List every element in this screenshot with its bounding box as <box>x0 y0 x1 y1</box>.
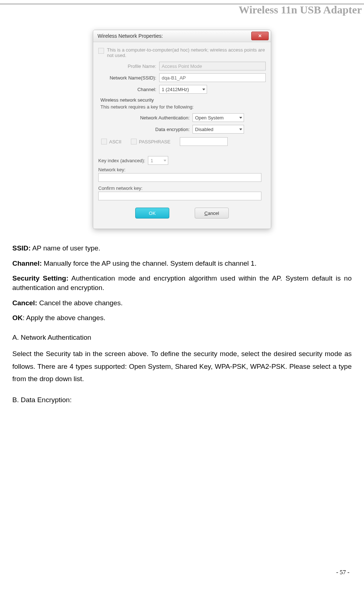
chevron-down-icon <box>202 89 205 90</box>
channel-desc: Channel: Manually force the AP using the… <box>12 259 352 268</box>
confirm-key-input[interactable] <box>98 192 261 200</box>
passphrase-checkbox <box>131 139 137 144</box>
network-key-label: Network key: <box>98 167 266 172</box>
ok-desc: OK: Apply the above changes. <box>12 313 352 323</box>
ascii-checkbox <box>101 139 107 144</box>
close-icon: ✕ <box>258 33 262 38</box>
document-header: Wireless 11n USB Adapter <box>0 4 364 15</box>
section-a-text: Select the Security tab in the screen ab… <box>12 348 352 385</box>
channel-select[interactable]: 1 (2412MHz) <box>159 85 207 94</box>
chevron-down-icon <box>164 160 166 162</box>
channel-label: Channel: <box>98 87 159 92</box>
key-index-value: 1 <box>150 158 153 163</box>
encryption-value: Disabled <box>195 127 214 132</box>
encryption-select[interactable]: Disabled <box>193 125 244 134</box>
chevron-down-icon <box>239 128 242 130</box>
ssid-input[interactable] <box>159 73 266 82</box>
key-index-label: Key index (advanced): <box>98 158 145 163</box>
security-desc: Security Setting: Authentication mode an… <box>12 274 352 292</box>
ascii-label: ASCII <box>109 139 121 144</box>
cancel-button[interactable]: Cancel <box>195 208 229 219</box>
dialog-title: Wireless Network Properties: <box>98 33 163 39</box>
adhoc-checkbox <box>98 48 104 54</box>
cancel-desc: Cancel: Cancel the above changes. <box>12 298 352 308</box>
ssid-label: Network Name(SSID): <box>98 75 159 81</box>
auth-value: Open System <box>195 115 224 121</box>
close-button[interactable]: ✕ <box>251 32 269 40</box>
passphrase-input <box>180 137 228 146</box>
passphrase-label: PASSPHRASE <box>139 139 170 144</box>
channel-value: 1 (2412MHz) <box>162 87 189 92</box>
confirm-key-label: Confirm network key: <box>98 185 266 191</box>
ssid-desc: SSID: AP name of user type. <box>12 244 352 253</box>
key-index-select: 1 <box>148 156 168 165</box>
ok-button[interactable]: OK <box>135 208 169 219</box>
security-hint: This network requires a key for the foll… <box>100 104 266 110</box>
security-section-title: Wireless network security <box>100 97 266 103</box>
wireless-properties-dialog: Wireless Network Properties: ✕ This is a… <box>93 30 271 229</box>
cancel-underline-letter: C <box>204 211 208 216</box>
auth-label: Network Authentication: <box>98 115 193 121</box>
adhoc-label: This is a computer-to-computer(ad hoc) n… <box>107 47 266 58</box>
chevron-down-icon <box>239 117 242 119</box>
section-b-heading: B. Data Encryption: <box>12 395 352 405</box>
profile-name-label: Profile Name: <box>98 64 159 69</box>
network-key-input[interactable] <box>98 173 261 182</box>
encryption-label: Data encryption: <box>98 127 193 132</box>
section-a-heading: A. Network Authentication <box>12 333 352 342</box>
page-number: - 57 - <box>336 569 349 576</box>
auth-select[interactable]: Open System <box>193 113 244 122</box>
cancel-rest: ancel <box>208 211 219 216</box>
dialog-titlebar: Wireless Network Properties: ✕ <box>93 30 271 42</box>
profile-name-input <box>159 62 266 70</box>
